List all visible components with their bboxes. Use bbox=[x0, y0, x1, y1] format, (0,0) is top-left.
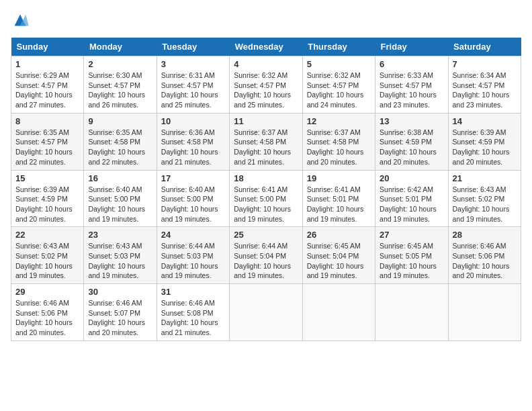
day-number: 31 bbox=[161, 287, 225, 297]
day-number: 10 bbox=[161, 116, 225, 126]
day-number: 17 bbox=[161, 173, 225, 183]
day-number: 13 bbox=[380, 116, 443, 126]
calendar-cell bbox=[448, 284, 521, 341]
day-header-saturday: Saturday bbox=[448, 38, 521, 56]
calendar-cell: 4Sunrise: 6:32 AM Sunset: 4:57 PM Daylig… bbox=[230, 56, 302, 113]
day-number: 4 bbox=[234, 59, 298, 69]
day-number: 30 bbox=[88, 287, 152, 297]
day-info: Sunrise: 6:42 AM Sunset: 5:01 PM Dayligh… bbox=[380, 185, 443, 224]
day-info: Sunrise: 6:29 AM Sunset: 4:57 PM Dayligh… bbox=[15, 71, 79, 110]
day-info: Sunrise: 6:40 AM Sunset: 5:00 PM Dayligh… bbox=[161, 185, 225, 224]
day-info: Sunrise: 6:33 AM Sunset: 4:57 PM Dayligh… bbox=[380, 71, 443, 110]
day-info: Sunrise: 6:30 AM Sunset: 4:57 PM Dayligh… bbox=[88, 71, 152, 110]
day-number: 8 bbox=[15, 116, 79, 126]
calendar-cell: 3Sunrise: 6:31 AM Sunset: 4:57 PM Daylig… bbox=[157, 56, 229, 113]
calendar-cell bbox=[230, 284, 302, 341]
day-number: 22 bbox=[15, 230, 79, 240]
day-info: Sunrise: 6:34 AM Sunset: 4:57 PM Dayligh… bbox=[453, 71, 517, 110]
calendar-week-row: 15Sunrise: 6:39 AM Sunset: 4:59 PM Dayli… bbox=[11, 170, 521, 227]
day-number: 21 bbox=[453, 173, 517, 183]
day-info: Sunrise: 6:39 AM Sunset: 4:59 PM Dayligh… bbox=[15, 185, 79, 224]
calendar-cell: 30Sunrise: 6:46 AM Sunset: 5:07 PM Dayli… bbox=[84, 284, 157, 341]
day-number: 19 bbox=[307, 173, 371, 183]
day-info: Sunrise: 6:46 AM Sunset: 5:08 PM Dayligh… bbox=[161, 298, 225, 338]
day-number: 26 bbox=[307, 230, 371, 240]
page-header bbox=[11, 11, 521, 30]
calendar-cell bbox=[375, 284, 448, 341]
day-info: Sunrise: 6:45 AM Sunset: 5:05 PM Dayligh… bbox=[380, 241, 443, 281]
day-info: Sunrise: 6:43 AM Sunset: 5:03 PM Dayligh… bbox=[88, 241, 152, 281]
day-info: Sunrise: 6:44 AM Sunset: 5:04 PM Dayligh… bbox=[234, 241, 298, 281]
day-number: 3 bbox=[161, 59, 225, 69]
day-number: 18 bbox=[234, 173, 298, 183]
day-info: Sunrise: 6:37 AM Sunset: 4:58 PM Dayligh… bbox=[234, 128, 298, 167]
day-number: 23 bbox=[88, 230, 152, 240]
day-info: Sunrise: 6:44 AM Sunset: 5:03 PM Dayligh… bbox=[161, 241, 225, 281]
day-header-tuesday: Tuesday bbox=[157, 38, 229, 56]
day-number: 12 bbox=[307, 116, 371, 126]
day-header-wednesday: Wednesday bbox=[230, 38, 302, 56]
day-number: 5 bbox=[307, 59, 371, 69]
calendar-cell: 2Sunrise: 6:30 AM Sunset: 4:57 PM Daylig… bbox=[84, 56, 157, 113]
calendar-cell: 25Sunrise: 6:44 AM Sunset: 5:04 PM Dayli… bbox=[230, 227, 302, 284]
day-info: Sunrise: 6:43 AM Sunset: 5:02 PM Dayligh… bbox=[453, 185, 517, 224]
calendar-header-row: SundayMondayTuesdayWednesdayThursdayFrid… bbox=[11, 38, 521, 56]
day-info: Sunrise: 6:39 AM Sunset: 4:59 PM Dayligh… bbox=[453, 128, 517, 167]
calendar-cell: 15Sunrise: 6:39 AM Sunset: 4:59 PM Dayli… bbox=[11, 170, 84, 227]
calendar-week-row: 1Sunrise: 6:29 AM Sunset: 4:57 PM Daylig… bbox=[11, 56, 521, 113]
calendar-cell: 27Sunrise: 6:45 AM Sunset: 5:05 PM Dayli… bbox=[375, 227, 448, 284]
calendar-cell: 7Sunrise: 6:34 AM Sunset: 4:57 PM Daylig… bbox=[448, 56, 521, 113]
calendar-week-row: 29Sunrise: 6:46 AM Sunset: 5:06 PM Dayli… bbox=[11, 284, 521, 341]
calendar-table: SundayMondayTuesdayWednesdayThursdayFrid… bbox=[11, 38, 521, 341]
day-number: 9 bbox=[88, 116, 152, 126]
day-number: 20 bbox=[380, 173, 443, 183]
day-info: Sunrise: 6:36 AM Sunset: 4:58 PM Dayligh… bbox=[161, 128, 225, 167]
calendar-cell: 1Sunrise: 6:29 AM Sunset: 4:57 PM Daylig… bbox=[11, 56, 84, 113]
day-header-monday: Monday bbox=[84, 38, 157, 56]
calendar-cell: 6Sunrise: 6:33 AM Sunset: 4:57 PM Daylig… bbox=[375, 56, 448, 113]
calendar-cell: 21Sunrise: 6:43 AM Sunset: 5:02 PM Dayli… bbox=[448, 170, 521, 227]
day-info: Sunrise: 6:35 AM Sunset: 4:58 PM Dayligh… bbox=[88, 128, 152, 167]
calendar-cell: 8Sunrise: 6:35 AM Sunset: 4:57 PM Daylig… bbox=[11, 113, 84, 170]
day-number: 1 bbox=[15, 59, 79, 69]
day-number: 27 bbox=[380, 230, 443, 240]
logo bbox=[11, 11, 32, 30]
day-info: Sunrise: 6:35 AM Sunset: 4:57 PM Dayligh… bbox=[15, 128, 79, 167]
calendar-cell: 12Sunrise: 6:37 AM Sunset: 4:58 PM Dayli… bbox=[302, 113, 375, 170]
day-number: 15 bbox=[15, 173, 79, 183]
day-info: Sunrise: 6:32 AM Sunset: 4:57 PM Dayligh… bbox=[234, 71, 298, 110]
day-number: 6 bbox=[380, 59, 443, 69]
day-info: Sunrise: 6:46 AM Sunset: 5:06 PM Dayligh… bbox=[453, 241, 517, 281]
day-info: Sunrise: 6:43 AM Sunset: 5:02 PM Dayligh… bbox=[15, 241, 79, 281]
day-info: Sunrise: 6:40 AM Sunset: 5:00 PM Dayligh… bbox=[88, 185, 152, 224]
calendar-cell bbox=[302, 284, 375, 341]
day-number: 16 bbox=[88, 173, 152, 183]
day-info: Sunrise: 6:41 AM Sunset: 5:00 PM Dayligh… bbox=[234, 185, 298, 224]
calendar-week-row: 22Sunrise: 6:43 AM Sunset: 5:02 PM Dayli… bbox=[11, 227, 521, 284]
day-number: 24 bbox=[161, 230, 225, 240]
day-info: Sunrise: 6:46 AM Sunset: 5:06 PM Dayligh… bbox=[15, 298, 79, 338]
calendar-cell: 31Sunrise: 6:46 AM Sunset: 5:08 PM Dayli… bbox=[157, 284, 229, 341]
calendar-body: 1Sunrise: 6:29 AM Sunset: 4:57 PM Daylig… bbox=[11, 56, 521, 341]
day-info: Sunrise: 6:45 AM Sunset: 5:04 PM Dayligh… bbox=[307, 241, 371, 281]
day-info: Sunrise: 6:31 AM Sunset: 4:57 PM Dayligh… bbox=[161, 71, 225, 110]
calendar-cell: 14Sunrise: 6:39 AM Sunset: 4:59 PM Dayli… bbox=[448, 113, 521, 170]
calendar-cell: 10Sunrise: 6:36 AM Sunset: 4:58 PM Dayli… bbox=[157, 113, 229, 170]
day-info: Sunrise: 6:32 AM Sunset: 4:57 PM Dayligh… bbox=[307, 71, 371, 110]
calendar-cell: 17Sunrise: 6:40 AM Sunset: 5:00 PM Dayli… bbox=[157, 170, 229, 227]
calendar-cell: 11Sunrise: 6:37 AM Sunset: 4:58 PM Dayli… bbox=[230, 113, 302, 170]
logo-icon bbox=[11, 11, 30, 30]
day-number: 25 bbox=[234, 230, 298, 240]
day-number: 2 bbox=[88, 59, 152, 69]
calendar-cell: 19Sunrise: 6:41 AM Sunset: 5:01 PM Dayli… bbox=[302, 170, 375, 227]
calendar-cell: 13Sunrise: 6:38 AM Sunset: 4:59 PM Dayli… bbox=[375, 113, 448, 170]
day-header-friday: Friday bbox=[375, 38, 448, 56]
day-number: 29 bbox=[15, 287, 79, 297]
day-number: 28 bbox=[453, 230, 517, 240]
day-info: Sunrise: 6:38 AM Sunset: 4:59 PM Dayligh… bbox=[380, 128, 443, 167]
day-header-sunday: Sunday bbox=[11, 38, 84, 56]
day-number: 11 bbox=[234, 116, 298, 126]
calendar-cell: 23Sunrise: 6:43 AM Sunset: 5:03 PM Dayli… bbox=[84, 227, 157, 284]
day-info: Sunrise: 6:37 AM Sunset: 4:58 PM Dayligh… bbox=[307, 128, 371, 167]
calendar-cell: 5Sunrise: 6:32 AM Sunset: 4:57 PM Daylig… bbox=[302, 56, 375, 113]
